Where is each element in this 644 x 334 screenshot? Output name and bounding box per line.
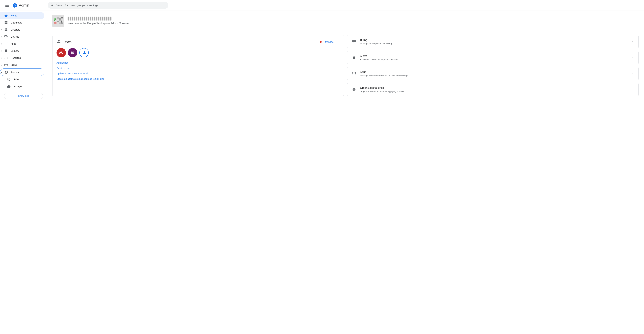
svg-rect-19 — [4, 64, 8, 66]
menu-icon[interactable] — [4, 3, 10, 8]
billing-chevron-icon — [631, 40, 634, 44]
users-person-icon — [56, 39, 61, 45]
svg-point-45 — [352, 75, 353, 75]
red-arrow-icon — [302, 40, 322, 44]
person-icon — [4, 28, 8, 32]
svg-point-40 — [354, 72, 354, 73]
manage-link[interactable]: Manage — [325, 41, 334, 43]
billing-card-title: Billing — [360, 39, 392, 42]
rules-icon — [7, 78, 11, 81]
show-less-button[interactable]: Show less — [4, 93, 43, 99]
users-card: Users Manage AU — [52, 35, 344, 96]
alerts-card-subtitle: View notifications about potential issue… — [360, 58, 399, 61]
svg-rect-48 — [354, 88, 355, 89]
sidebar-item-dashboard-label: Dashboard — [11, 21, 22, 24]
layout: Home Dashboard ▶ Directory ▶ Devices — [0, 11, 644, 334]
home-icon — [4, 14, 8, 18]
sidebar-item-rules[interactable]: Rules — [0, 76, 44, 83]
right-column: Billing Manage subscriptions and billing — [347, 35, 639, 96]
welcome-text-area: Welcome to the Google Workspace Admin Co… — [68, 17, 129, 25]
svg-rect-24 — [55, 19, 56, 20]
org-units-card[interactable]: Organizational units Organize users into… — [347, 83, 639, 96]
update-user-link[interactable]: Update a user's name or email — [56, 72, 340, 75]
collapse-button[interactable] — [336, 40, 340, 44]
svg-point-44 — [355, 73, 356, 74]
svg-rect-51 — [355, 90, 356, 91]
add-user-link[interactable]: Add a user — [56, 62, 340, 64]
svg-rect-34 — [59, 23, 61, 24]
svg-rect-28 — [57, 17, 59, 19]
sidebar-item-storage[interactable]: Storage — [0, 83, 44, 90]
sidebar-item-directory[interactable]: ▶ Directory — [0, 26, 44, 33]
welcome-subtitle: Welcome to the Google Workspace Admin Co… — [68, 22, 129, 25]
svg-rect-33 — [61, 21, 62, 23]
svg-rect-29 — [59, 18, 61, 20]
billing-card[interactable]: Billing Manage subscriptions and billing — [347, 35, 639, 48]
svg-point-11 — [6, 44, 6, 44]
sidebar-item-storage-label: Storage — [14, 85, 22, 88]
svg-point-47 — [355, 75, 356, 75]
svg-point-42 — [352, 73, 353, 74]
sidebar-item-reporting-label: Reporting — [11, 57, 21, 59]
delete-user-link[interactable]: Delete a user — [56, 67, 340, 70]
svg-rect-32 — [57, 21, 59, 22]
alerts-bell-icon — [351, 56, 357, 60]
security-icon — [4, 49, 8, 53]
svg-point-46 — [354, 75, 354, 75]
svg-rect-49 — [352, 90, 353, 91]
google-admin-logo-icon: G — [12, 3, 18, 8]
main-content: Welcome to the Google Workspace Admin Co… — [47, 11, 644, 334]
svg-point-7 — [5, 43, 5, 43]
add-user-avatar-button[interactable] — [79, 48, 89, 57]
user-avatars: AU IS — [56, 48, 340, 57]
search-input[interactable] — [56, 4, 166, 7]
sidebar-item-apps-label: Apps — [11, 43, 16, 45]
svg-rect-27 — [56, 23, 57, 24]
user-avatar-au[interactable]: AU — [56, 48, 66, 57]
logo-area: G Admin — [12, 3, 29, 8]
apps-card-text: Apps Manage web and mobile app access an… — [360, 71, 408, 77]
billing-card-left: Billing Manage subscriptions and billing — [351, 39, 392, 45]
users-card-title: Users — [64, 40, 72, 44]
svg-rect-18 — [7, 57, 8, 59]
sidebar-item-reporting[interactable]: ▶ Reporting — [0, 54, 44, 62]
svg-point-13 — [5, 45, 5, 45]
svg-point-15 — [7, 45, 8, 45]
svg-point-39 — [352, 72, 353, 73]
sidebar-item-rules-label: Rules — [14, 78, 20, 81]
alerts-card[interactable]: Alerts View notifications about potentia… — [347, 51, 639, 64]
user-avatar-is[interactable]: IS — [68, 48, 77, 57]
apps-card[interactable]: Apps Manage web and mobile app access an… — [347, 67, 639, 80]
expand-billing-icon: ▶ — [1, 64, 2, 66]
reporting-icon — [4, 56, 8, 60]
svg-point-8 — [6, 43, 6, 43]
sidebar-item-devices[interactable]: ▶ Devices — [0, 33, 44, 40]
sidebar-item-apps[interactable]: ▶ Apps — [0, 40, 44, 47]
svg-rect-23 — [54, 20, 55, 21]
create-alias-link[interactable]: Create an alternate email address (email… — [56, 78, 340, 80]
sidebar-item-directory-label: Directory — [11, 28, 20, 31]
expand-reporting-icon: ▶ — [1, 57, 2, 59]
sidebar-item-billing[interactable]: ▶ Billing — [0, 62, 44, 69]
expand-security-icon: ▶ — [1, 50, 2, 52]
sidebar: Home Dashboard ▶ Directory ▶ Devices — [0, 11, 47, 334]
welcome-name-blurred — [68, 17, 111, 21]
search-icon — [50, 3, 54, 8]
svg-rect-50 — [354, 90, 355, 91]
org-units-card-left: Organizational units Organize users into… — [351, 86, 404, 93]
svg-point-9 — [7, 43, 8, 43]
alerts-chevron-icon — [631, 56, 634, 60]
storage-icon — [7, 85, 11, 88]
apps-icon — [4, 42, 8, 46]
welcome-banner: Welcome to the Google Workspace Admin Co… — [52, 15, 639, 30]
svg-rect-5 — [7, 36, 8, 37]
billing-card-icon — [351, 40, 357, 44]
sidebar-item-account[interactable]: ▶ Account — [0, 69, 44, 76]
svg-rect-16 — [5, 58, 5, 59]
sidebar-item-home[interactable]: Home — [0, 12, 44, 19]
svg-rect-30 — [61, 17, 63, 19]
sidebar-item-dashboard[interactable]: Dashboard — [0, 19, 44, 26]
apps-card-left: Apps Manage web and mobile app access an… — [351, 71, 408, 77]
search-bar[interactable] — [48, 2, 168, 9]
sidebar-item-security[interactable]: ▶ Security — [0, 47, 44, 54]
